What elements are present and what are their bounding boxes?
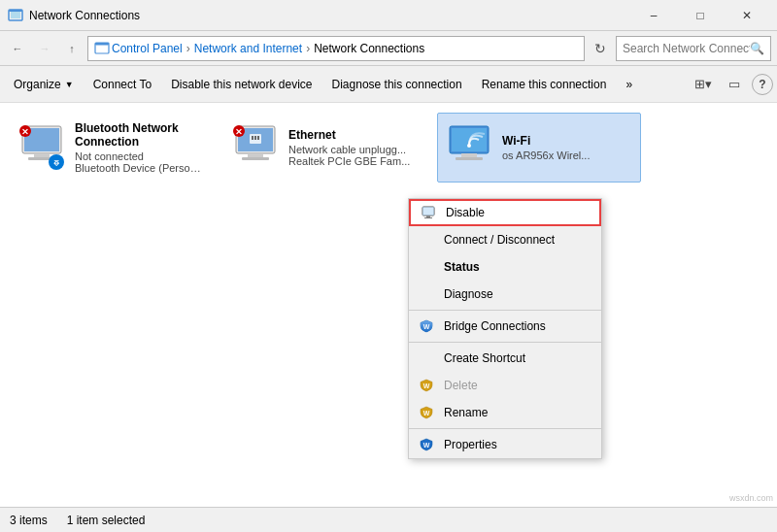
minimize-button[interactable]: – (631, 1, 676, 30)
selected-count: 1 item selected (67, 514, 146, 527)
diagnose-button[interactable]: Diagnose this connection (322, 69, 472, 100)
window-controls: – □ ✕ (631, 1, 769, 30)
svg-point-25 (467, 144, 471, 148)
forward-button[interactable]: → (33, 37, 56, 60)
error-badge-bluetooth: ✕ (18, 124, 32, 138)
ctx-connect[interactable]: Connect / Disconnect (409, 226, 601, 253)
shield-blue-properties-icon: W (419, 437, 434, 452)
title-bar: Network Connections – □ ✕ (0, 0, 777, 31)
window-icon (8, 8, 23, 23)
ctx-properties[interactable]: W Properties (409, 431, 601, 458)
ctx-delete[interactable]: W Delete (409, 372, 601, 399)
svg-text:⎑: ⎑ (53, 157, 60, 168)
bluetooth-icon-wrap: ⎑ ✕ (18, 124, 65, 171)
svg-rect-20 (257, 136, 259, 140)
back-button[interactable]: ← (6, 37, 29, 60)
ctx-status-label: Status (444, 260, 480, 274)
breadcrumb-cp[interactable]: Control Panel (112, 42, 183, 55)
context-menu: Disable Connect / Disconnect Status Diag… (408, 198, 602, 459)
svg-text:✕: ✕ (21, 127, 29, 137)
svg-rect-30 (426, 216, 430, 217)
ctx-diagnose-label: Diagnose (444, 287, 493, 301)
ctx-disable[interactable]: Disable (409, 199, 601, 226)
ethernet-device: Realtek PCIe GBE Fam... (288, 155, 419, 167)
help-icon: ? (759, 78, 765, 91)
svg-rect-27 (456, 157, 483, 160)
ctx-shortcut[interactable]: Create Shortcut (409, 345, 601, 372)
svg-text:W: W (423, 323, 430, 330)
svg-rect-29 (422, 207, 434, 216)
ctx-diagnose[interactable]: Diagnose (409, 281, 601, 308)
rename-button[interactable]: Rename this connection (472, 69, 617, 100)
ctx-bridge[interactable]: W Bridge Connections (409, 313, 601, 340)
ctx-bridge-label: Bridge Connections (444, 319, 546, 333)
wifi-name: Wi-Fi (502, 134, 632, 148)
svg-text:W: W (423, 442, 430, 449)
breadcrumb-ni[interactable]: Network and Internet (194, 42, 302, 55)
view-icon: ⊞▾ (694, 77, 712, 91)
ethernet-info: Ethernet Network cable unplugg... Realte… (288, 128, 419, 167)
address-bar: ← → ↑ Control Panel › Network and Intern… (0, 31, 777, 66)
error-badge-ethernet: ✕ (232, 124, 246, 138)
change-view-button[interactable]: ⊞▾ (690, 71, 717, 98)
bluetooth-name: Bluetooth Network Connection (75, 121, 205, 149)
disable-network-button[interactable]: Disable this network device (161, 69, 321, 100)
ctx-status[interactable]: Status (409, 253, 601, 281)
watermark: wsxdn.com (729, 493, 773, 503)
ctx-sep-3 (409, 428, 601, 429)
connect-to-button[interactable]: Connect To (84, 69, 162, 100)
breadcrumb: Control Panel › Network and Internet › N… (87, 36, 585, 61)
preview-pane-button[interactable]: ▭ (721, 71, 748, 98)
monitor-icon (421, 205, 436, 220)
network-item-wifi[interactable]: Wi-Fi os AR956x Wirel... (437, 113, 641, 183)
organize-chevron-icon: ▼ (65, 80, 74, 89)
svg-rect-31 (424, 217, 432, 218)
ctx-delete-label: Delete (444, 379, 478, 392)
ctx-properties-label: Properties (444, 438, 497, 451)
bluetooth-status: Not connected (75, 150, 205, 162)
svg-rect-15 (248, 153, 263, 157)
ctx-sep-2 (409, 342, 601, 343)
breadcrumb-icon (94, 41, 110, 56)
svg-text:W: W (423, 410, 430, 416)
close-button[interactable]: ✕ (725, 1, 769, 30)
wifi-icon-wrap (446, 124, 492, 171)
window-title: Network Connections (29, 9, 631, 22)
wifi-info: Wi-Fi os AR956x Wirel... (502, 134, 632, 161)
toolbar-right: ⊞▾ ▭ ? (690, 71, 773, 98)
refresh-button[interactable]: ↻ (589, 37, 612, 60)
svg-rect-1 (11, 12, 20, 18)
diagnose-label: Diagnose this connection (332, 78, 462, 91)
network-item-ethernet[interactable]: ✕ Ethernet Network cable unplugg... Real… (223, 113, 427, 183)
svg-rect-26 (461, 153, 477, 157)
item-count: 3 items (10, 514, 48, 527)
svg-rect-2 (9, 10, 22, 12)
network-item-bluetooth[interactable]: ⎑ ✕ Bluetooth Network Connection Not con… (10, 113, 214, 183)
breadcrumb-nc: Network Connections (314, 42, 424, 55)
ctx-shortcut-label: Create Shortcut (444, 351, 525, 365)
rename-label: Rename this connection (482, 78, 607, 91)
shield-yellow-rename-icon: W (419, 405, 434, 420)
svg-rect-16 (242, 157, 269, 160)
search-box: 🔍 (616, 36, 771, 61)
ethernet-status: Network cable unplugg... (288, 144, 419, 155)
search-input[interactable] (623, 42, 750, 55)
organize-label: Organize (14, 78, 61, 91)
ctx-connect-label: Connect / Disconnect (444, 233, 555, 247)
maximize-button[interactable]: □ (678, 1, 723, 30)
connect-to-label: Connect To (93, 78, 152, 91)
more-button[interactable]: » (616, 69, 642, 100)
up-button[interactable]: ↑ (60, 37, 84, 60)
content-area: ⎑ ✕ Bluetooth Network Connection Not con… (0, 103, 777, 507)
svg-text:W: W (423, 382, 430, 389)
organize-button[interactable]: Organize ▼ (4, 69, 84, 100)
wifi-device: os AR956x Wirel... (502, 150, 632, 161)
svg-rect-18 (252, 136, 253, 140)
svg-text:✕: ✕ (235, 127, 243, 137)
ctx-rename[interactable]: W Rename (409, 399, 601, 426)
bluetooth-info: Bluetooth Network Connection Not connect… (75, 121, 205, 174)
sep2: › (306, 42, 310, 55)
help-button[interactable]: ? (752, 74, 773, 95)
search-icon: 🔍 (750, 42, 764, 55)
bluetooth-badge: ⎑ (48, 153, 65, 171)
